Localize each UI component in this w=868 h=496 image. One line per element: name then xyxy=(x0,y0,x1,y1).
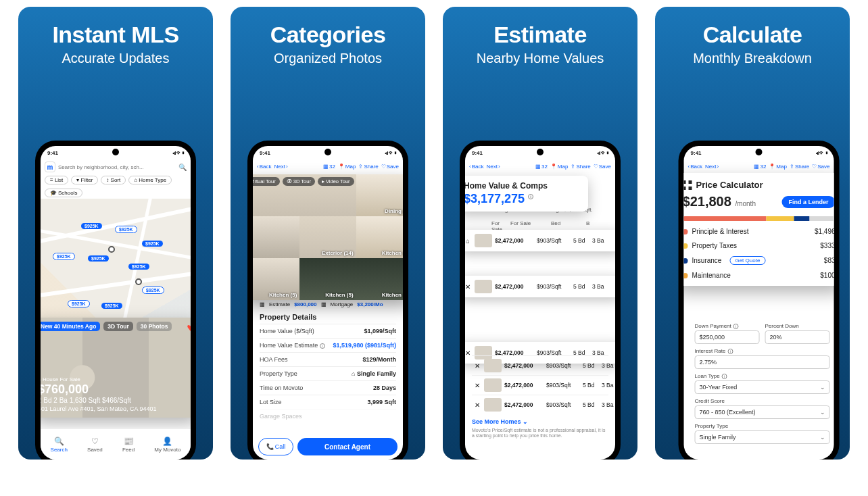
heart-icon: ♡ xyxy=(91,437,99,446)
detail-row: Property Type⌂ Single Family xyxy=(260,366,396,380)
price-pin[interactable]: $925K xyxy=(68,300,90,307)
schools-chip[interactable]: 🎓 Schools xyxy=(45,189,82,197)
comp-row[interactable]: ✕ $2,472,000 $903/Sqft 5 Bd 3 Ba xyxy=(472,395,608,414)
map[interactable]: $925K $925K $925K $925K $925K $925K $925… xyxy=(41,199,191,334)
search-input[interactable] xyxy=(58,162,176,172)
close-icon[interactable]: ✕ xyxy=(472,401,483,409)
comp-thumb xyxy=(475,234,492,247)
contact-agent-button[interactable]: Contact Agent xyxy=(297,438,397,455)
detail-row: Home Value ($/Sqft)$1,099/Sqft xyxy=(260,324,396,338)
listing-facts: 2 Bd 2 Ba 1,630 Sqft $466/Sqft xyxy=(41,397,156,404)
tour-badge: 3D Tour xyxy=(103,322,132,331)
close-icon[interactable]: ✕ xyxy=(465,283,473,291)
price-pin[interactable]: $925K xyxy=(53,253,75,260)
phone-mock: 9:41 ‹ Back Next › ▦ 32 📍Map ⇪Share ♡Sav… xyxy=(679,141,840,460)
price-pin[interactable]: $925K xyxy=(88,255,109,262)
photo-count[interactable]: ▦ 32 xyxy=(323,164,335,170)
video-tour-chip[interactable]: ▸ Video Tour xyxy=(318,177,354,186)
listing-address: 601 Laurel Ave #401, San Mateo, CA 94401 xyxy=(41,405,156,412)
save-icon[interactable]: ♡Save xyxy=(381,164,399,170)
credit-score-select[interactable]: 760 - 850 (Excellent)⌄ xyxy=(695,405,830,419)
breakdown-item: Property Taxes $333 xyxy=(684,242,834,249)
comp-row[interactable]: ✕ $2,472,000 $903/Sqft 5 Bd 3 Ba xyxy=(472,355,608,375)
save-icon[interactable]: ♡Save xyxy=(812,164,829,170)
see-more-link[interactable]: See More Homes ⌄ xyxy=(472,418,608,425)
panel-title: Instant MLS xyxy=(18,7,213,48)
price-pin[interactable]: $925K xyxy=(81,223,102,229)
comp-row[interactable]: ✕ $2,472,000 $903/Sqft 5 Bd 3 Ba xyxy=(465,276,615,297)
virtual-tour-chip[interactable]: Virtual Tour xyxy=(253,177,280,186)
tab-search[interactable]: 🔍 Search xyxy=(51,437,68,453)
info-icon[interactable]: i xyxy=(528,194,533,199)
photo-count[interactable]: ▦ 32 xyxy=(754,164,766,170)
detail-row: HOA Fees$129/Month xyxy=(260,352,396,366)
price-pin[interactable]: $925K xyxy=(101,303,122,309)
comp-row[interactable]: ⌂ $2,472,000 $903/Sqft 5 Bd 3 Ba xyxy=(465,230,615,251)
price-pin[interactable]: $925K xyxy=(128,264,149,270)
tab-profile[interactable]: 👤 My Movoto xyxy=(154,437,180,453)
list-chip[interactable]: ≡ List xyxy=(45,176,68,184)
down-payment-input[interactable]: $250,000 xyxy=(695,330,760,344)
search-icon[interactable]: 🔍 xyxy=(178,164,187,171)
panel-subtitle: Monthly Breakdown xyxy=(655,51,850,66)
map-dot[interactable] xyxy=(135,278,142,285)
close-icon[interactable]: ✕ xyxy=(472,382,483,389)
call-button[interactable]: 📞 Call xyxy=(258,438,293,455)
property-type-select[interactable]: Single Family⌄ xyxy=(695,430,830,444)
promo-panel-1: Instant MLS Accurate Updates 9:41 m 🔍 ≡ … xyxy=(18,7,213,460)
per-month: /month xyxy=(735,200,756,207)
price-pin[interactable]: $925K xyxy=(142,241,163,247)
breakdown-item: Principle & Interest $1,496 xyxy=(684,228,834,235)
panel-title: Estimate xyxy=(443,7,637,48)
panel-subtitle: Nearby Home Values xyxy=(443,51,637,66)
tab-feed[interactable]: 📰 Feed xyxy=(122,437,135,453)
chevron-down-icon: ⌄ xyxy=(820,409,825,416)
close-icon[interactable]: ✕ xyxy=(472,362,483,370)
share-icon[interactable]: ⇪Share xyxy=(790,164,809,170)
info-icon[interactable]: i xyxy=(727,349,733,354)
promo-panel-3: Estimate Nearby Home Values 9:41 ‹ Back … xyxy=(443,7,637,460)
3d-tour-chip[interactable]: ⦿ 3D Tour xyxy=(283,177,315,186)
percent-down-input[interactable]: 20% xyxy=(765,330,830,344)
listing-card[interactable]: New 40 Minutes Ago 3D Tour 30 Photos ♥ ⌂… xyxy=(41,318,191,418)
map-dot[interactable] xyxy=(108,246,115,253)
panel-title: Categories xyxy=(231,7,425,48)
listing-price: $760,000 xyxy=(41,382,156,397)
disclaimer-text: Movoto's Price/Sqft estimate is not a pr… xyxy=(472,428,608,439)
get-quote-button[interactable]: Get Quote xyxy=(729,256,765,265)
save-icon[interactable]: ♡Save xyxy=(594,164,611,170)
next-button[interactable]: Next › xyxy=(705,164,719,170)
share-icon[interactable]: ⇪Share xyxy=(358,164,378,170)
sort-chip[interactable]: ↕ Sort xyxy=(101,176,126,184)
info-icon[interactable]: i xyxy=(320,343,325,349)
back-button[interactable]: ‹ Back xyxy=(257,164,271,170)
find-lender-button[interactable]: Find a Lender xyxy=(782,196,834,208)
status-time: 9:41 xyxy=(691,150,702,156)
filter-chip[interactable]: ▾ Filter xyxy=(71,176,98,184)
loan-type-select[interactable]: 30-Year Fixed⌄ xyxy=(695,380,830,394)
price-pin[interactable]: $925K xyxy=(142,287,164,294)
share-icon[interactable]: ⇪Share xyxy=(571,164,590,170)
hv-value: $3,177,275 xyxy=(465,192,525,205)
photo-count[interactable]: ▦ 32 xyxy=(535,164,548,170)
comp-row[interactable]: ✕ $2,472,000 $903/Sqft 5 Bd 3 Ba xyxy=(472,375,608,395)
tab-saved[interactable]: ♡ Saved xyxy=(87,437,103,453)
next-button[interactable]: Next › xyxy=(486,164,500,170)
interest-rate-input[interactable]: 2.75% xyxy=(695,355,830,369)
item-value: $333 xyxy=(820,242,834,249)
info-icon[interactable]: i xyxy=(722,374,727,379)
map-icon[interactable]: 📍Map xyxy=(769,164,787,170)
back-button[interactable]: ‹ Back xyxy=(688,164,702,170)
favorite-icon[interactable]: ♥ xyxy=(187,322,191,334)
info-icon[interactable]: i xyxy=(733,324,739,329)
price-pin[interactable]: $925K xyxy=(115,226,137,233)
hometype-chip[interactable]: ⌂ Home Type xyxy=(128,176,172,184)
next-button[interactable]: Next › xyxy=(274,164,287,170)
phone-notch xyxy=(324,149,331,155)
map-icon[interactable]: 📍Map xyxy=(550,164,569,170)
home-value-card: Home Value & Comps $3,177,275 i xyxy=(465,176,588,212)
back-button[interactable]: ‹ Back xyxy=(469,164,483,170)
photo-gallery[interactable]: Virtual Tour ⦿ 3D Tour ▸ Video Tour Dini… xyxy=(253,174,403,300)
app-logo[interactable]: m xyxy=(45,162,55,172)
map-icon[interactable]: 📍Map xyxy=(338,164,356,170)
